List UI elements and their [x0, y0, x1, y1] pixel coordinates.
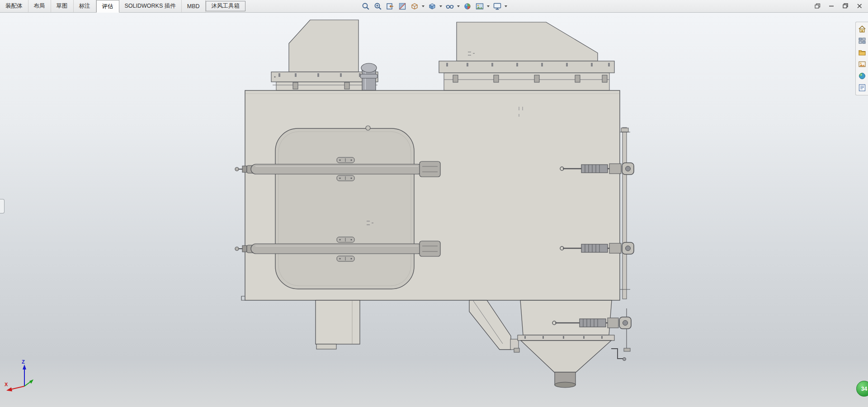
- model-bottom-duct[interactable]: [316, 300, 360, 349]
- section-view-button[interactable]: [396, 1, 408, 12]
- view-palette-button[interactable]: [857, 60, 867, 69]
- file-explorer-icon: [858, 48, 867, 57]
- feature-tree-collapsed-tab[interactable]: [0, 199, 5, 213]
- restore-button[interactable]: [840, 1, 850, 10]
- window-controls: [812, 1, 864, 10]
- hide-show-items-button[interactable]: [444, 1, 455, 12]
- view-orientation-icon: [410, 2, 419, 11]
- tab-mufeng-toolbox[interactable]: 沐风工具箱: [206, 1, 246, 11]
- edit-appearance-button[interactable]: [462, 1, 473, 12]
- apply-scene-icon: [475, 2, 484, 11]
- tab-label: 标注: [79, 2, 90, 10]
- view-orientation-dropdown[interactable]: [421, 1, 425, 12]
- section-view-icon: [398, 2, 407, 11]
- display-style-icon: [428, 2, 437, 11]
- view-settings-dropdown[interactable]: [504, 1, 508, 12]
- triad-x-label: X: [5, 382, 8, 387]
- custom-properties-button[interactable]: [857, 83, 867, 92]
- model-access-door[interactable]: [275, 126, 414, 289]
- graphics-viewport[interactable]: [0, 0, 868, 407]
- tab-label: 评估: [102, 3, 113, 10]
- minimize-button[interactable]: [826, 1, 836, 10]
- close-icon: [855, 2, 863, 9]
- view-orientation-button[interactable]: [409, 1, 420, 12]
- appearances-scenes-button[interactable]: [857, 71, 867, 80]
- restore-icon: [841, 2, 849, 9]
- tab-label: 装配体: [5, 2, 23, 10]
- view-settings-button[interactable]: [491, 1, 503, 12]
- custom-properties-icon: [858, 83, 867, 92]
- tab-assembly[interactable]: 装配体: [0, 0, 28, 12]
- tab-label: 沐风工具箱: [212, 2, 240, 10]
- view-palette-icon: [858, 60, 867, 69]
- zoom-to-fit-button[interactable]: [360, 1, 371, 12]
- tab-evaluate[interactable]: 评估: [96, 0, 119, 13]
- tab-layout[interactable]: 布局: [28, 0, 51, 12]
- tab-label: 布局: [34, 2, 45, 10]
- triad-z-arrow: [23, 364, 26, 369]
- triad-z-label: Z: [22, 359, 25, 364]
- tab-solidworks-addins[interactable]: SOLIDWORKS 插件: [119, 0, 182, 12]
- display-style-button[interactable]: [426, 1, 438, 12]
- document-windows-button[interactable]: [812, 1, 822, 10]
- triad-y-arrow: [29, 379, 33, 384]
- display-style-dropdown[interactable]: [439, 1, 443, 12]
- design-library-icon: [858, 36, 867, 45]
- close-button[interactable]: [854, 1, 864, 10]
- task-pane-strip: [855, 22, 868, 95]
- minimize-icon: [827, 2, 835, 9]
- tab-label: MBD: [187, 3, 200, 9]
- previous-view-icon: [386, 2, 395, 11]
- model-elbow-pipe[interactable]: [360, 63, 377, 90]
- document-windows-icon: [813, 2, 821, 9]
- design-library-button[interactable]: [857, 36, 867, 45]
- zoom-to-area-icon: [373, 2, 382, 11]
- tab-sketch[interactable]: 草图: [51, 0, 74, 12]
- previous-view-button[interactable]: [384, 1, 396, 12]
- view-settings-icon: [493, 2, 502, 11]
- model-right-hopper[interactable]: [439, 22, 614, 90]
- apply-scene-button[interactable]: [474, 1, 485, 12]
- home-icon: [858, 24, 867, 33]
- notification-badge-value: 34: [861, 386, 867, 392]
- tab-label: SOLIDWORKS 插件: [125, 2, 176, 10]
- tab-annotation[interactable]: 标注: [74, 0, 96, 12]
- hide-show-items-icon: [445, 2, 454, 11]
- hide-show-items-dropdown[interactable]: [456, 1, 461, 12]
- appearances-scenes-icon: [858, 71, 867, 80]
- zoom-to-fit-icon: [361, 2, 370, 11]
- file-explorer-button[interactable]: [857, 48, 867, 57]
- model-bottom-chute[interactable]: [469, 300, 519, 350]
- apply-scene-dropdown[interactable]: [486, 1, 491, 12]
- triad-x-arrow: [6, 388, 12, 392]
- tab-mbd[interactable]: MBD: [182, 0, 206, 12]
- model-cone-hopper[interactable]: [514, 300, 626, 388]
- zoom-to-area-button[interactable]: [372, 1, 383, 12]
- edit-appearance-icon: [463, 2, 472, 11]
- tab-label: 草图: [57, 2, 68, 10]
- orientation-triad: Z X: [4, 358, 44, 401]
- home-button[interactable]: [857, 24, 867, 33]
- heads-up-view-toolbar: [360, 0, 508, 12]
- command-manager-tabs: 装配体 布局 草图 标注 评估 SOLIDWORKS 插件 MBD 沐风工具箱: [0, 0, 245, 12]
